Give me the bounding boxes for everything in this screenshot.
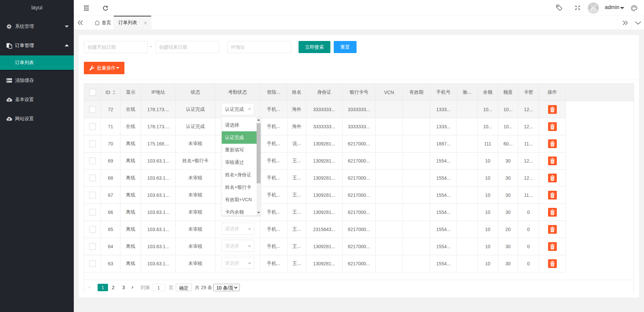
svg-text:求真相: 求真相 — [590, 4, 597, 7]
